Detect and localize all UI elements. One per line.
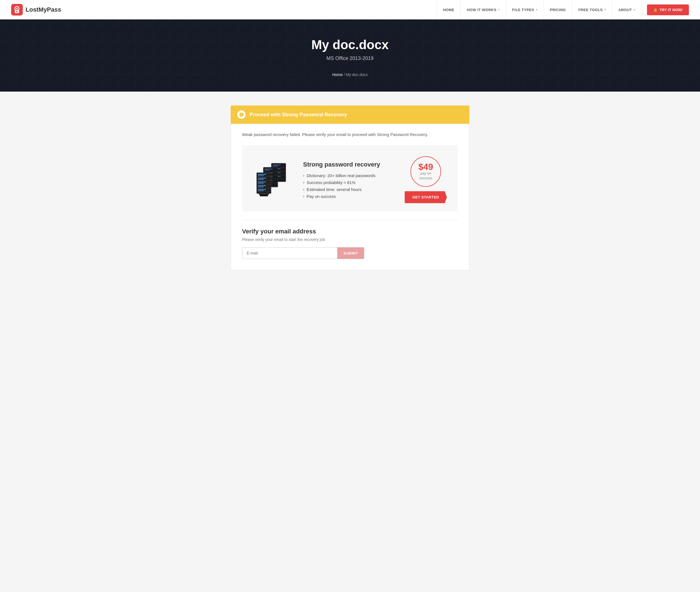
hero-section: My doc.docx MS Office 2013-2019 Home / M…: [0, 19, 700, 92]
svg-rect-12: [272, 166, 278, 166]
svg-rect-46: [258, 183, 264, 184]
svg-rect-40: [258, 176, 264, 176]
recovery-details: Strong password recovery › Dictionary: 2…: [303, 161, 394, 199]
recovery-price-area: $49 pay onsuccess GET STARTED: [405, 156, 447, 203]
nav-item-home[interactable]: HOME: [437, 0, 461, 19]
card-description: Weak password recovery failed. Please ve…: [242, 132, 458, 137]
divider: [242, 220, 458, 220]
svg-rect-51: [258, 189, 266, 190]
hero-subtitle: MS Office 2013-2019: [327, 55, 373, 61]
alert-icon-circle: !: [237, 110, 246, 119]
recovery-box: Strong password recovery › Dictionary: 2…: [242, 145, 458, 211]
chevron-right-icon: ›: [303, 173, 304, 178]
svg-rect-41: [257, 177, 270, 180]
email-form: SUBMIT: [242, 247, 364, 259]
svg-rect-42: [258, 178, 266, 178]
svg-rect-11: [272, 164, 281, 165]
svg-rect-53: [256, 192, 271, 193]
info-icon: !: [239, 112, 244, 117]
alert-banner: ! Proceed with Strong Password Recovery: [231, 105, 469, 124]
alert-banner-text: Proceed with Strong Password Recovery: [250, 112, 347, 118]
verify-title: Verify your email address: [242, 228, 458, 235]
nav-item-pricing[interactable]: PRICING: [544, 0, 572, 19]
breadcrumb: Home / My doc.docx: [332, 72, 368, 77]
logo-icon: [11, 4, 23, 15]
main-content: ! Proceed with Strong Password Recovery …: [225, 105, 475, 270]
recovery-features: › Dictionary: 20+ billion real passwords…: [303, 173, 394, 199]
price-label: pay onsuccess: [419, 171, 432, 181]
price-circle: $49 pay onsuccess: [410, 156, 441, 187]
lock-icon: 🔒: [653, 8, 657, 12]
svg-rect-6: [17, 12, 17, 12]
svg-rect-25: [264, 169, 272, 169]
svg-rect-55: [260, 195, 268, 196]
svg-rect-44: [257, 181, 270, 184]
try-now-button[interactable]: 🔒 TRY IT NOW!: [647, 4, 689, 15]
brand-logo-link[interactable]: LostMyPass: [11, 4, 61, 15]
svg-rect-39: [258, 174, 266, 175]
feature-item: › Dictionary: 20+ billion real passwords: [303, 173, 394, 178]
chevron-down-icon: ▾: [634, 8, 635, 11]
svg-rect-43: [258, 179, 264, 180]
chevron-down-icon: ▾: [498, 8, 500, 11]
svg-rect-47: [257, 184, 270, 188]
navbar: LostMyPass HOME HOW IT WORKS ▾ FILE TYPE…: [0, 0, 700, 19]
svg-rect-52: [258, 190, 264, 191]
svg-text:!: !: [241, 113, 242, 116]
chevron-right-icon: ›: [303, 180, 304, 185]
svg-rect-48: [258, 185, 266, 186]
feature-item: › Estimated time: several hours: [303, 187, 394, 192]
feature-item: › Success probability ≈ 61%: [303, 180, 394, 185]
nav-item-file-types[interactable]: FILE TYPES ▾: [506, 0, 544, 19]
svg-rect-10: [272, 164, 285, 167]
server-illustration: [256, 162, 289, 198]
card: Weak password recovery failed. Please ve…: [231, 124, 469, 270]
email-input[interactable]: [242, 247, 337, 259]
price-amount: $49: [418, 162, 433, 171]
chevron-down-icon: ▾: [536, 8, 538, 11]
breadcrumb-home-link[interactable]: Home: [332, 72, 343, 77]
nav-item-about[interactable]: ABOUT ▾: [612, 0, 641, 19]
verify-section: Verify your email address Please verify …: [242, 228, 458, 259]
feature-item: › Pay on success: [303, 194, 394, 199]
svg-rect-24: [264, 168, 277, 171]
breadcrumb-separator: /: [344, 72, 345, 77]
svg-rect-49: [258, 187, 264, 187]
get-started-button[interactable]: GET STARTED: [405, 191, 447, 203]
chevron-right-icon: ›: [303, 194, 304, 198]
svg-rect-50: [257, 188, 270, 192]
svg-point-3: [16, 8, 17, 9]
chevron-down-icon: ▾: [604, 8, 606, 11]
nav-item-free-tools[interactable]: FREE TOOLS ▾: [572, 0, 612, 19]
svg-rect-38: [257, 173, 270, 177]
verify-description: Please verify your email to start the re…: [242, 237, 458, 242]
server-image: [253, 162, 292, 198]
submit-button[interactable]: SUBMIT: [337, 247, 364, 259]
svg-rect-45: [258, 182, 266, 182]
svg-rect-54: [259, 193, 269, 195]
hero-title: My doc.docx: [311, 37, 389, 52]
nav-item-how-it-works[interactable]: HOW IT WORKS ▾: [461, 0, 506, 19]
nav-links: HOME HOW IT WORKS ▾ FILE TYPES ▾ PRICING…: [437, 0, 641, 19]
breadcrumb-current: My doc.docx: [346, 72, 368, 77]
svg-rect-26: [264, 169, 270, 170]
chevron-right-icon: ›: [303, 187, 304, 192]
recovery-title: Strong password recovery: [303, 161, 394, 168]
brand-name: LostMyPass: [26, 6, 61, 13]
